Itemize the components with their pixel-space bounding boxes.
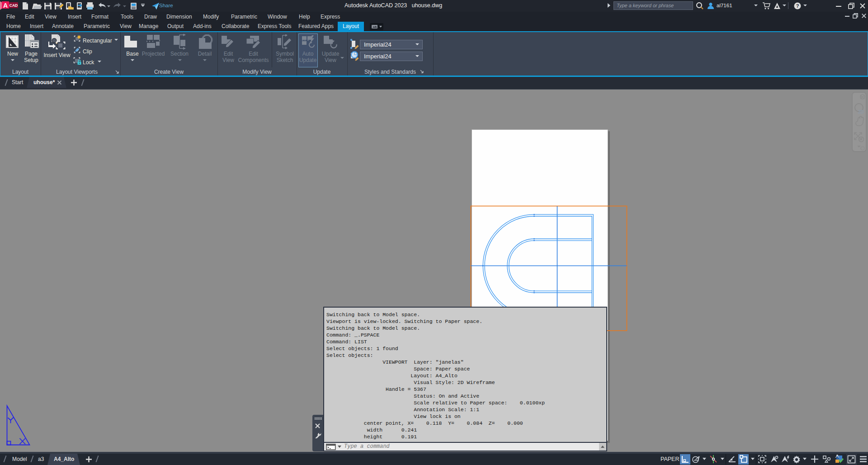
svg-text:CAD: CAD: [9, 3, 18, 8]
svg-text:A: A: [3, 2, 8, 9]
svg-text:2D: 2D: [858, 109, 864, 114]
svg-text:?: ?: [796, 3, 799, 9]
